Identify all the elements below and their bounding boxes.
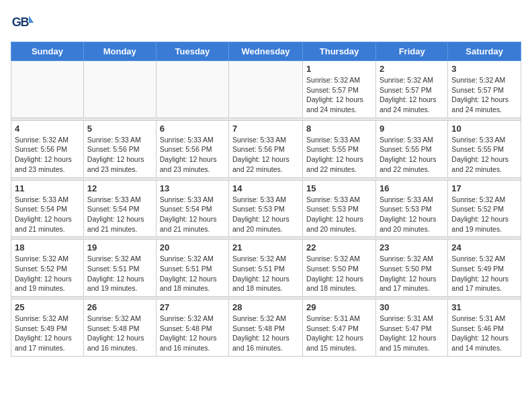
day-number: 3 (451, 64, 517, 74)
calendar-cell: 21Sunrise: 5:32 AM Sunset: 5:51 PM Dayli… (229, 240, 303, 297)
day-info: Sunrise: 5:33 AM Sunset: 5:53 PM Dayligh… (232, 195, 299, 234)
calendar-cell: 11Sunrise: 5:33 AM Sunset: 5:54 PM Dayli… (11, 180, 84, 237)
calendar-cell: 12Sunrise: 5:33 AM Sunset: 5:54 PM Dayli… (83, 180, 156, 237)
calendar-cell: 18Sunrise: 5:32 AM Sunset: 5:52 PM Dayli… (11, 240, 84, 297)
weekday-header-friday: Friday (375, 42, 447, 61)
day-number: 29 (306, 302, 372, 312)
day-number: 8 (306, 124, 372, 134)
day-number: 2 (380, 64, 444, 74)
day-number: 12 (87, 183, 152, 193)
calendar-cell: 2Sunrise: 5:32 AM Sunset: 5:57 PM Daylig… (375, 61, 447, 118)
calendar-cell: 25Sunrise: 5:32 AM Sunset: 5:49 PM Dayli… (11, 300, 84, 357)
calendar-cell: 24Sunrise: 5:32 AM Sunset: 5:49 PM Dayli… (448, 240, 521, 297)
day-number: 10 (451, 124, 517, 134)
day-info: Sunrise: 5:32 AM Sunset: 5:52 PM Dayligh… (15, 254, 80, 293)
day-info: Sunrise: 5:32 AM Sunset: 5:51 PM Dayligh… (160, 254, 225, 293)
calendar-cell: 16Sunrise: 5:33 AM Sunset: 5:53 PM Dayli… (375, 180, 447, 237)
day-number: 15 (306, 183, 372, 193)
calendar-cell: 8Sunrise: 5:33 AM Sunset: 5:55 PM Daylig… (303, 120, 376, 177)
day-number: 4 (15, 124, 80, 134)
day-info: Sunrise: 5:32 AM Sunset: 5:48 PM Dayligh… (232, 314, 299, 353)
day-info: Sunrise: 5:33 AM Sunset: 5:54 PM Dayligh… (15, 195, 80, 234)
day-number: 26 (87, 302, 152, 312)
day-number: 17 (451, 183, 517, 193)
calendar-cell: 22Sunrise: 5:32 AM Sunset: 5:50 PM Dayli… (303, 240, 376, 297)
day-number: 25 (15, 302, 80, 312)
calendar-cell (11, 61, 84, 118)
weekday-header-tuesday: Tuesday (156, 42, 228, 61)
calendar-cell: 15Sunrise: 5:33 AM Sunset: 5:53 PM Dayli… (303, 180, 376, 237)
day-info: Sunrise: 5:31 AM Sunset: 5:46 PM Dayligh… (451, 314, 517, 353)
calendar-cell: 31Sunrise: 5:31 AM Sunset: 5:46 PM Dayli… (448, 300, 521, 357)
day-number: 16 (380, 183, 444, 193)
calendar-cell: 19Sunrise: 5:32 AM Sunset: 5:51 PM Dayli… (83, 240, 156, 297)
day-info: Sunrise: 5:33 AM Sunset: 5:55 PM Dayligh… (306, 135, 372, 175)
week-row-5: 25Sunrise: 5:32 AM Sunset: 5:49 PM Dayli… (11, 300, 521, 357)
calendar-cell: 26Sunrise: 5:32 AM Sunset: 5:48 PM Dayli… (83, 300, 156, 357)
calendar-table: SundayMondayTuesdayWednesdayThursdayFrid… (11, 42, 521, 357)
weekday-header-saturday: Saturday (448, 42, 521, 61)
svg-marker-2 (29, 15, 34, 23)
day-info: Sunrise: 5:32 AM Sunset: 5:52 PM Dayligh… (451, 195, 517, 234)
calendar-cell (83, 61, 156, 118)
day-info: Sunrise: 5:33 AM Sunset: 5:56 PM Dayligh… (160, 135, 225, 175)
calendar-cell: 7Sunrise: 5:33 AM Sunset: 5:56 PM Daylig… (229, 120, 303, 177)
calendar-cell: 13Sunrise: 5:33 AM Sunset: 5:54 PM Dayli… (156, 180, 228, 237)
logo-icon: G B (11, 11, 35, 35)
day-number: 30 (380, 302, 444, 312)
day-number: 24 (451, 242, 517, 253)
day-info: Sunrise: 5:32 AM Sunset: 5:50 PM Dayligh… (306, 254, 372, 293)
day-info: Sunrise: 5:33 AM Sunset: 5:54 PM Dayligh… (160, 195, 225, 234)
day-info: Sunrise: 5:32 AM Sunset: 5:51 PM Dayligh… (87, 254, 152, 293)
weekday-header-row: SundayMondayTuesdayWednesdayThursdayFrid… (11, 42, 521, 61)
day-info: Sunrise: 5:32 AM Sunset: 5:49 PM Dayligh… (15, 314, 80, 353)
weekday-header-thursday: Thursday (303, 42, 376, 61)
day-info: Sunrise: 5:32 AM Sunset: 5:48 PM Dayligh… (160, 314, 225, 353)
calendar-cell: 6Sunrise: 5:33 AM Sunset: 5:56 PM Daylig… (156, 120, 228, 177)
calendar-cell: 1Sunrise: 5:32 AM Sunset: 5:57 PM Daylig… (303, 61, 376, 118)
svg-text:B: B (20, 15, 29, 29)
day-number: 1 (306, 64, 372, 74)
day-number: 20 (160, 242, 225, 253)
calendar-cell: 23Sunrise: 5:32 AM Sunset: 5:50 PM Dayli… (375, 240, 447, 297)
page-header: G B (11, 11, 521, 35)
calendar-cell: 20Sunrise: 5:32 AM Sunset: 5:51 PM Dayli… (156, 240, 228, 297)
calendar-cell (156, 61, 228, 118)
day-number: 19 (87, 242, 152, 253)
week-row-1: 1Sunrise: 5:32 AM Sunset: 5:57 PM Daylig… (11, 61, 521, 118)
day-number: 28 (232, 302, 299, 312)
day-info: Sunrise: 5:32 AM Sunset: 5:50 PM Dayligh… (380, 254, 444, 293)
weekday-header-sunday: Sunday (11, 42, 84, 61)
day-info: Sunrise: 5:33 AM Sunset: 5:54 PM Dayligh… (87, 195, 152, 234)
day-number: 5 (87, 124, 152, 134)
day-number: 31 (451, 302, 517, 312)
calendar-cell: 9Sunrise: 5:33 AM Sunset: 5:55 PM Daylig… (375, 120, 447, 177)
day-info: Sunrise: 5:33 AM Sunset: 5:55 PM Dayligh… (451, 135, 517, 175)
day-info: Sunrise: 5:32 AM Sunset: 5:48 PM Dayligh… (87, 314, 152, 353)
day-number: 22 (306, 242, 372, 253)
day-info: Sunrise: 5:32 AM Sunset: 5:51 PM Dayligh… (232, 254, 299, 293)
calendar-cell: 5Sunrise: 5:33 AM Sunset: 5:56 PM Daylig… (83, 120, 156, 177)
day-info: Sunrise: 5:32 AM Sunset: 5:56 PM Dayligh… (15, 135, 80, 175)
week-row-2: 4Sunrise: 5:32 AM Sunset: 5:56 PM Daylig… (11, 120, 521, 177)
calendar-cell: 10Sunrise: 5:33 AM Sunset: 5:55 PM Dayli… (448, 120, 521, 177)
calendar-cell: 30Sunrise: 5:31 AM Sunset: 5:47 PM Dayli… (375, 300, 447, 357)
day-number: 6 (160, 124, 225, 134)
calendar-cell: 14Sunrise: 5:33 AM Sunset: 5:53 PM Dayli… (229, 180, 303, 237)
day-info: Sunrise: 5:33 AM Sunset: 5:55 PM Dayligh… (380, 135, 444, 175)
day-info: Sunrise: 5:33 AM Sunset: 5:56 PM Dayligh… (232, 135, 299, 175)
calendar-cell (229, 61, 303, 118)
day-number: 18 (15, 242, 80, 253)
weekday-header-wednesday: Wednesday (229, 42, 303, 61)
day-info: Sunrise: 5:31 AM Sunset: 5:47 PM Dayligh… (306, 314, 372, 353)
day-number: 11 (15, 183, 80, 193)
calendar-cell: 3Sunrise: 5:32 AM Sunset: 5:57 PM Daylig… (448, 61, 521, 118)
calendar-cell: 27Sunrise: 5:32 AM Sunset: 5:48 PM Dayli… (156, 300, 228, 357)
day-info: Sunrise: 5:33 AM Sunset: 5:53 PM Dayligh… (306, 195, 372, 234)
day-number: 9 (380, 124, 444, 134)
week-row-3: 11Sunrise: 5:33 AM Sunset: 5:54 PM Dayli… (11, 180, 521, 237)
day-number: 7 (232, 124, 299, 134)
day-number: 14 (232, 183, 299, 193)
calendar-cell: 17Sunrise: 5:32 AM Sunset: 5:52 PM Dayli… (448, 180, 521, 237)
day-number: 23 (380, 242, 444, 253)
